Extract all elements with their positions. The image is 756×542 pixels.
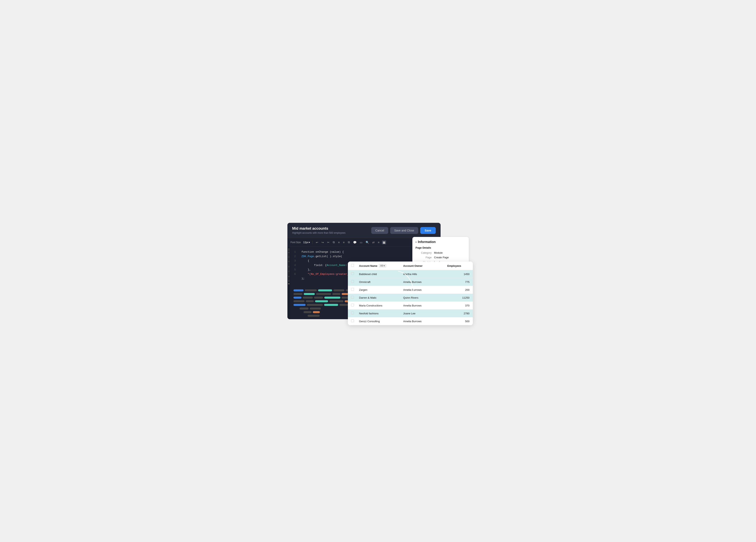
scroll-tick xyxy=(288,261,290,261)
account-owner-cell: Martha Hills xyxy=(403,273,447,276)
line-numbers: 1 2 3 4 5 6 xyxy=(290,250,298,284)
info-section-title: Page Details xyxy=(416,246,466,249)
scroll-tick xyxy=(288,257,290,257)
row-checkbox[interactable] xyxy=(351,296,354,299)
table-row: Maria Constructions Amelia Burrows 370 xyxy=(348,302,473,310)
row-checkbox[interactable] xyxy=(351,312,354,314)
scroll-tick xyxy=(288,277,290,277)
swap-icon[interactable]: ⇄ xyxy=(371,240,375,244)
info-label-category: Category xyxy=(416,251,432,254)
employees-cell: 370 xyxy=(447,304,470,307)
info-panel-title: ▸ Information xyxy=(416,240,466,244)
duplicate-icon[interactable]: ⧉ xyxy=(347,240,351,244)
account-name-header: Account Name All ▾ xyxy=(359,264,403,267)
info-label-page: Page xyxy=(416,256,432,259)
table-row: Genzz Consulting Amelia Burrows 500 xyxy=(348,318,473,325)
info-row-category: Category Module xyxy=(416,251,466,254)
scroll-tick xyxy=(288,279,290,280)
editor-left-scrollbar xyxy=(287,246,290,319)
scroll-tick xyxy=(288,255,290,256)
scroll-tick xyxy=(288,254,290,254)
grid-icon[interactable]: ▦ xyxy=(382,240,386,244)
employees-cell: 200 xyxy=(447,288,470,292)
editor-actions: Cancel Save and Close Save xyxy=(371,227,436,234)
account-owner-cell: Amelia Burrows xyxy=(403,288,447,292)
table-row: Omnicraft Amelia Burrows 775 xyxy=(348,278,473,286)
scroll-tick xyxy=(288,248,290,249)
row-checkbox[interactable] xyxy=(351,280,354,283)
scroll-tick xyxy=(288,252,290,253)
font-size-label: Font Size xyxy=(291,241,301,244)
collapse-icon[interactable]: ▸ xyxy=(416,240,417,243)
table-row: Babbleset child Martha Hills 1450 xyxy=(348,270,473,278)
scroll-tick xyxy=(288,251,290,251)
scroll-tick xyxy=(288,262,290,263)
account-name-cell: Maria Constructions xyxy=(359,304,403,307)
scroll-tick xyxy=(288,259,290,260)
align-left-icon[interactable]: ≡ xyxy=(337,240,340,244)
scroll-tick xyxy=(288,269,290,270)
account-name-cell: Genzz Consulting xyxy=(359,320,403,323)
scroll-tick xyxy=(288,258,290,259)
scroll-tick xyxy=(288,266,290,267)
account-owner-cell: Amelia Burrows xyxy=(403,320,447,323)
employees-cell: 775 xyxy=(447,281,470,284)
info-value-page: Create Page xyxy=(434,256,449,259)
employees-cell: 1450 xyxy=(447,273,470,276)
account-name-cell: Omnicraft xyxy=(359,281,403,284)
cancel-button[interactable]: Cancel xyxy=(371,227,388,234)
scroll-tick xyxy=(288,272,290,273)
editor-header: Mid market accounts Highlight accounts w… xyxy=(287,223,441,238)
scroll-tick xyxy=(288,265,290,266)
account-owner-col-label: Account Owner xyxy=(403,264,447,267)
select-all-checkbox[interactable] xyxy=(351,264,354,267)
account-name-filter[interactable]: All ▾ xyxy=(379,264,386,267)
scroll-tick xyxy=(288,249,290,250)
box-icon[interactable]: ▭ xyxy=(359,240,363,244)
scroll-tick xyxy=(288,278,290,279)
account-name-cell: Zargen xyxy=(359,288,403,292)
main-container: Mid market accounts Highlight accounts w… xyxy=(287,223,469,319)
account-name-cell: Darren & Matic xyxy=(359,296,403,299)
employees-col-label: Employees xyxy=(447,264,470,267)
save-close-button[interactable]: Save and Close xyxy=(390,227,418,234)
toolbar-divider-1 xyxy=(312,241,313,244)
row-checkbox[interactable] xyxy=(351,288,354,291)
table-row: Darren & Matic Quinn Rivers 11250 xyxy=(348,294,473,302)
row-checkbox[interactable] xyxy=(351,272,354,275)
account-owner-cell: Quinn Rivers xyxy=(403,296,447,299)
table-header-row: Account Name All ▾ Account Owner Employe… xyxy=(348,261,473,270)
account-name-cell: Neofold fashions xyxy=(359,312,403,315)
table-panel: Account Name All ▾ Account Owner Employe… xyxy=(348,261,473,325)
account-owner-cell: Amelia Burrows xyxy=(403,304,447,307)
search-icon[interactable]: 🔍 xyxy=(365,240,370,244)
comment-icon[interactable]: 💬 xyxy=(352,240,357,244)
row-checkbox[interactable] xyxy=(351,304,354,307)
undo-icon[interactable]: ↩ xyxy=(315,240,319,244)
scroll-tick xyxy=(288,274,290,274)
scroll-tick xyxy=(288,271,290,272)
checkbox-header xyxy=(351,264,359,267)
account-name-col-label: Account Name xyxy=(359,264,377,267)
info-value-category: Module xyxy=(434,251,443,254)
scissors-icon[interactable]: ✂ xyxy=(326,240,330,244)
copy-icon[interactable]: ⧉ xyxy=(332,240,336,244)
table-row: Neofold fashions Joane Lee 2780 xyxy=(348,310,473,318)
scroll-tick xyxy=(288,275,290,276)
lines-icon[interactable]: ≡ xyxy=(377,240,380,244)
redo-icon[interactable]: ↪ xyxy=(321,240,325,244)
employees-cell: 2780 xyxy=(447,312,470,315)
scroll-tick xyxy=(288,264,290,264)
editor-title-block: Mid market accounts Highlight accounts w… xyxy=(292,226,346,234)
account-owner-cell: Amelia Burrows xyxy=(403,281,447,284)
account-name-cell: Babbleset child xyxy=(359,273,403,276)
save-button[interactable]: Save xyxy=(420,227,436,234)
employees-cell: 500 xyxy=(447,320,470,323)
align-center-icon[interactable]: ≡ xyxy=(342,240,345,244)
scroll-handle[interactable] xyxy=(288,283,290,285)
editor-title: Mid market accounts xyxy=(292,226,346,231)
editor-subtitle: Highlight accounts with more than 500 em… xyxy=(292,231,346,234)
row-checkbox[interactable] xyxy=(351,320,354,322)
employees-cell: 11250 xyxy=(447,296,470,299)
scroll-tick xyxy=(288,281,290,281)
